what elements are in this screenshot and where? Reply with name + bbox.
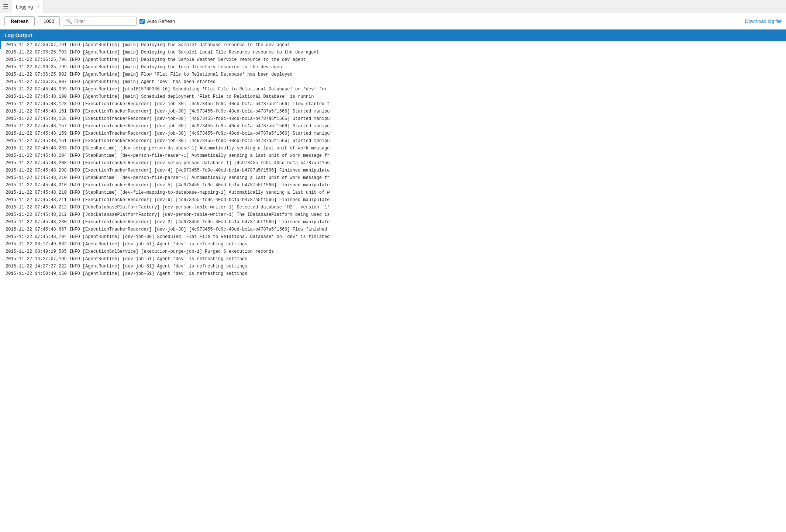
log-line: 2015-11-22 14:50:49,150 INFO [AgentRunti…	[0, 270, 786, 277]
log-line: 2015-11-22 07:45:48,208 INFO [ExecutionT…	[0, 167, 786, 174]
log-line: 2015-11-22 08:49:19,505 INFO [ExecutionS…	[0, 248, 786, 255]
log-line: 2015-11-22 07:45:48,156 INFO [ExecutionT…	[0, 115, 786, 122]
log-output-header: Log Output	[0, 30, 786, 41]
log-output-title: Log Output	[4, 32, 32, 38]
refresh-button[interactable]: Refresh	[4, 16, 35, 26]
lines-input[interactable]	[38, 16, 60, 26]
log-line: 2015-11-22 07:45:48,230 INFO [ExecutionT…	[0, 218, 786, 226]
filter-container: 🔍	[63, 17, 137, 26]
log-line: 2015-11-22 07:45:48,128 INFO [ExecutionT…	[0, 100, 786, 108]
log-line: 2015-11-22 07:36:25,802 INFO [AgentRunti…	[0, 71, 786, 78]
log-line: 2015-11-22 07:36:25,799 INFO [AgentRunti…	[0, 63, 786, 71]
log-line: 2015-11-22 07:45:48,157 INFO [ExecutionT…	[0, 122, 786, 130]
logging-tab[interactable]: Logging ×	[11, 0, 44, 13]
log-line: 2015-11-22 14:27:27,222 INFO [AgentRunti…	[0, 263, 786, 270]
tab-label: Logging	[16, 4, 33, 10]
log-line: 2015-11-22 07:45:48,210 INFO [ExecutionT…	[0, 182, 786, 189]
log-line: 2015-11-22 08:17:49,682 INFO [AgentRunti…	[0, 241, 786, 248]
log-line: 2015-11-22 07:45:48,210 INFO [StepRuntim…	[0, 174, 786, 182]
log-line: 2015-11-22 07:36:25,793 INFO [AgentRunti…	[0, 49, 786, 56]
log-line: 2015-11-22 07:45:48,203 INFO [StepRuntim…	[0, 145, 786, 152]
log-line: 2015-11-22 07:45:48,100 INFO [AgentRunti…	[0, 93, 786, 100]
log-line: 2015-11-22 07:45:48,204 INFO [StepRuntim…	[0, 152, 786, 159]
tab-bar: ☰ Logging ×	[0, 0, 786, 13]
download-log-link[interactable]: Download log file	[745, 18, 782, 24]
filter-input[interactable]	[74, 18, 133, 24]
log-line: 2015-11-22 07:45:48,151 INFO [ExecutionT…	[0, 108, 786, 115]
auto-refresh-checkbox[interactable]	[139, 19, 145, 24]
log-line: 2015-11-22 07:45:48,159 INFO [ExecutionT…	[0, 130, 786, 137]
log-line: 2015-11-22 07:45:48,099 INFO [AgentRunti…	[0, 86, 786, 93]
log-line: 2015-11-22 07:45:48,208 INFO [ExecutionT…	[0, 159, 786, 167]
log-line: 2015-11-22 07:36:07,791 INFO [AgentRunti…	[0, 41, 786, 49]
log-output[interactable]: 2015-11-22 07:36:07,791 INFO [AgentRunti…	[0, 41, 786, 277]
log-line: 2015-11-22 07:45:48,667 INFO [ExecutionT…	[0, 226, 786, 233]
log-line: 2015-11-22 07:45:48,212 INFO [JdbcDataba…	[0, 204, 786, 211]
log-line: 2015-11-22 07:45:48,161 INFO [ExecutionT…	[0, 137, 786, 145]
log-line: 2015-11-22 07:45:48,704 INFO [AgentRunti…	[0, 233, 786, 241]
auto-refresh-container: Auto Refresh	[139, 18, 175, 24]
log-line: 2015-11-22 07:36:25,807 INFO [AgentRunti…	[0, 78, 786, 86]
menu-icon[interactable]: ☰	[0, 0, 11, 13]
auto-refresh-label: Auto Refresh	[147, 18, 175, 24]
log-line: 2015-11-22 14:27:07,195 INFO [AgentRunti…	[0, 255, 786, 263]
log-line: 2015-11-22 07:45:48,211 INFO [ExecutionT…	[0, 196, 786, 204]
tab-close-button[interactable]: ×	[37, 4, 39, 9]
search-icon: 🔍	[66, 18, 72, 24]
log-line: 2015-11-22 07:45:48,212 INFO [JdbcDataba…	[0, 211, 786, 218]
log-line: 2015-11-22 07:36:25,796 INFO [AgentRunti…	[0, 56, 786, 63]
toolbar: Refresh 🔍 Auto Refresh Download log file	[0, 13, 786, 30]
log-line: 2015-11-22 07:45:48,210 INFO [StepRuntim…	[0, 189, 786, 196]
